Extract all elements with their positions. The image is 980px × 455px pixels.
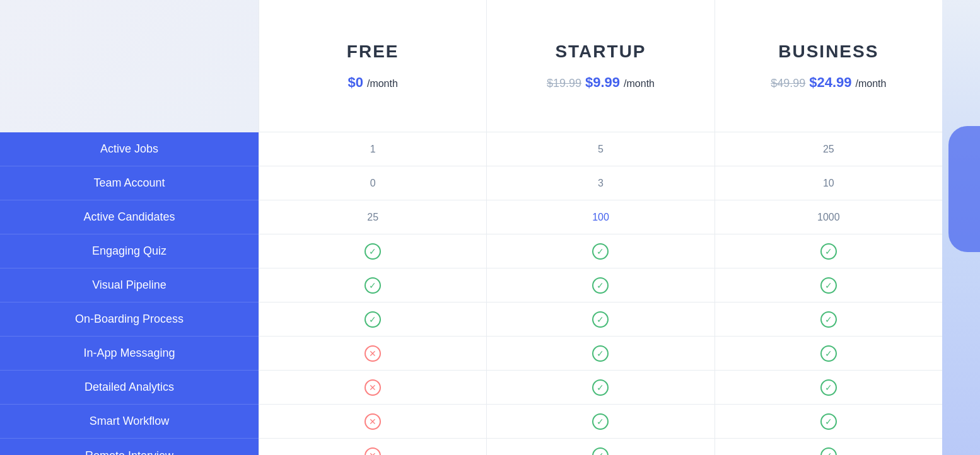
check-icon: ✓ (820, 243, 837, 260)
check-icon: ✓ (592, 311, 609, 328)
data-row: ✓✓✓ (259, 268, 942, 302)
data-cell: 5 (487, 132, 715, 166)
plans-body: 15250310251001000✓✓✓✓✓✓✓✓✓✕✓✓✕✓✓✕✓✓✕✓✓ (259, 132, 942, 455)
left-sidebar: Active JobsTeam AccountActive Candidates… (0, 0, 259, 455)
data-cell: ✕ (259, 405, 487, 438)
data-row: ✕✓✓ (259, 439, 942, 455)
feature-label: Engaging Quiz (0, 234, 259, 268)
data-cell: ✓ (487, 337, 715, 370)
data-cell: ✕ (259, 439, 487, 455)
check-icon: ✓ (820, 311, 837, 328)
data-cell: ✓ (259, 268, 487, 302)
price-original: $19.99 (547, 77, 581, 90)
price-period: /month (856, 78, 887, 89)
check-icon: ✓ (820, 413, 837, 430)
plan-price: $0/month (347, 74, 397, 91)
cross-icon: ✕ (365, 447, 381, 455)
plan-header-business: BUSINESS$49.99$24.99/month (715, 0, 942, 132)
feature-label: Team Account (0, 166, 259, 200)
plan-name: STARTUP (555, 42, 646, 62)
plan-header-startup: STARTUP$19.99$9.99/month (487, 0, 715, 132)
data-row: 0310 (259, 166, 942, 200)
check-icon: ✓ (820, 277, 837, 294)
data-cell: ✓ (715, 439, 942, 455)
check-icon: ✓ (820, 379, 837, 396)
data-cell: ✓ (715, 302, 942, 336)
data-cell: ✓ (487, 234, 715, 268)
data-cell: 3 (487, 166, 715, 200)
data-row: ✕✓✓ (259, 337, 942, 371)
data-cell: ✓ (259, 234, 487, 268)
data-cell: 10 (715, 166, 942, 200)
data-row: ✓✓✓ (259, 234, 942, 268)
check-icon: ✓ (365, 311, 381, 328)
plan-price: $19.99$9.99/month (547, 74, 655, 91)
data-cell: ✓ (715, 371, 942, 404)
data-cell: ✓ (487, 371, 715, 404)
data-cell: 0 (259, 166, 487, 200)
data-cell: 100 (487, 200, 715, 234)
data-row: ✕✓✓ (259, 405, 942, 439)
price-period: /month (367, 78, 398, 89)
data-cell: ✓ (259, 302, 487, 336)
check-icon: ✓ (592, 413, 609, 430)
data-row: ✕✓✓ (259, 371, 942, 405)
feature-label: Smart Workflow (0, 405, 259, 439)
data-cell: ✓ (487, 405, 715, 438)
data-cell: ✓ (715, 337, 942, 370)
plan-name: FREE (347, 42, 399, 62)
data-cell: ✓ (715, 268, 942, 302)
feature-label: In-App Messaging (0, 337, 259, 371)
page-container: Active JobsTeam AccountActive Candidates… (0, 0, 980, 455)
feature-label: Detailed Analytics (0, 371, 259, 405)
data-cell: 1000 (715, 200, 942, 234)
check-icon: ✓ (820, 345, 837, 362)
feature-label: Remote Interview (0, 439, 259, 455)
check-icon: ✓ (365, 277, 381, 294)
right-decoration (942, 0, 980, 455)
feature-label: Active Jobs (0, 132, 259, 166)
price-period: /month (624, 78, 655, 89)
data-cell: ✓ (715, 234, 942, 268)
check-icon: ✓ (365, 243, 381, 260)
data-row: 1525 (259, 132, 942, 166)
price-discounted: $9.99 (585, 74, 620, 91)
price-main: $0 (347, 74, 363, 91)
data-cell: ✓ (487, 302, 715, 336)
data-row: ✓✓✓ (259, 302, 942, 337)
check-icon: ✓ (592, 277, 609, 294)
feature-label: On-Boarding Process (0, 302, 259, 337)
data-cell: 1 (259, 132, 487, 166)
plan-price: $49.99$24.99/month (771, 74, 886, 91)
cross-icon: ✕ (365, 345, 381, 362)
plans-container: FREE$0/monthSTARTUP$19.99$9.99/monthBUSI… (259, 0, 942, 455)
data-row: 251001000 (259, 200, 942, 234)
data-cell: ✕ (259, 337, 487, 370)
data-cell: 25 (715, 132, 942, 166)
check-icon: ✓ (592, 379, 609, 396)
plan-header-free: FREE$0/month (259, 0, 487, 132)
check-icon: ✓ (592, 243, 609, 260)
check-icon: ✓ (592, 345, 609, 362)
data-cell: ✓ (487, 268, 715, 302)
price-original: $49.99 (771, 77, 805, 90)
data-cell: ✓ (715, 405, 942, 438)
feature-label: Visual Pipeline (0, 268, 259, 302)
check-icon: ✓ (592, 447, 609, 455)
cross-icon: ✕ (365, 413, 381, 430)
data-cell: ✓ (487, 439, 715, 455)
check-icon: ✓ (820, 447, 837, 455)
data-cell: ✕ (259, 371, 487, 404)
cross-icon: ✕ (365, 379, 381, 396)
feature-label: Active Candidates (0, 200, 259, 234)
plans-header: FREE$0/monthSTARTUP$19.99$9.99/monthBUSI… (259, 0, 942, 132)
price-discounted: $24.99 (809, 74, 851, 91)
data-cell: 25 (259, 200, 487, 234)
plan-name: BUSINESS (778, 42, 878, 62)
